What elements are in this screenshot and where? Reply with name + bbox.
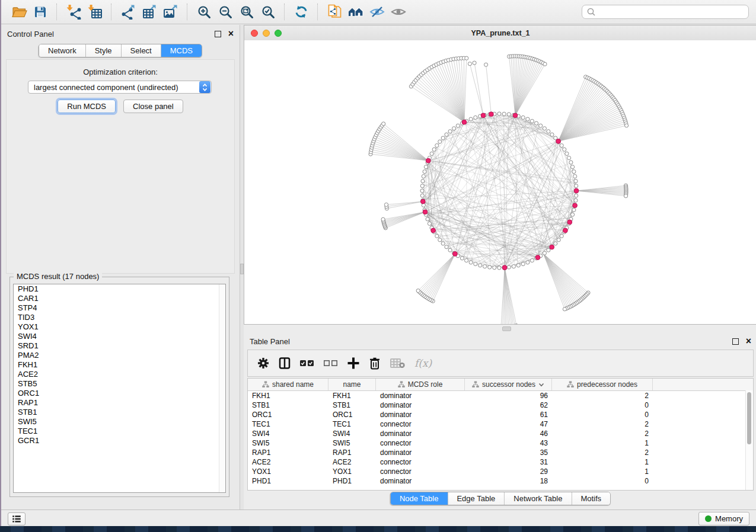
tab-edge-table[interactable]: Edge Table xyxy=(448,492,505,505)
open-file-icon[interactable] xyxy=(8,2,30,22)
columns-icon[interactable] xyxy=(278,357,291,370)
column-header-mcds-role[interactable]: MCDS role xyxy=(376,379,465,390)
table-cell[interactable]: YOX1 xyxy=(328,467,376,476)
table-cell[interactable]: 47 xyxy=(465,420,552,428)
table-row[interactable]: SWI5SWI5connector431 xyxy=(248,438,753,448)
table-row[interactable]: PHD1PHD1dominator180 xyxy=(248,476,753,486)
run-mcds-button[interactable]: Run MCDS xyxy=(58,100,116,113)
table-cell[interactable]: SWI4 xyxy=(248,430,328,438)
table-cell[interactable]: 62 xyxy=(465,401,552,409)
table-row[interactable]: SWI4SWI4dominator462 xyxy=(248,429,753,438)
zoom-selected-icon[interactable] xyxy=(257,2,279,22)
first-neighbors-icon[interactable] xyxy=(345,2,366,22)
deselect-all-icon[interactable] xyxy=(323,358,339,368)
table-cell[interactable]: STB1 xyxy=(328,401,376,409)
mcds-result-item[interactable]: TID3 xyxy=(14,313,225,322)
mcds-result-item[interactable]: ACE2 xyxy=(14,370,225,379)
close-panel-icon[interactable]: × xyxy=(228,31,234,37)
table-cell[interactable]: 1 xyxy=(552,439,653,447)
table-cell[interactable]: ORC1 xyxy=(248,411,328,419)
duplicate-network-icon[interactable] xyxy=(324,2,345,22)
tab-node-table[interactable]: Node Table xyxy=(391,492,448,505)
table-cell[interactable]: dominator xyxy=(376,401,465,409)
close-panel-icon[interactable]: × xyxy=(746,338,751,344)
mcds-result-item[interactable]: STB5 xyxy=(14,379,225,389)
table-scrollbar[interactable] xyxy=(745,390,753,490)
mcds-result-item[interactable]: STB1 xyxy=(14,408,225,417)
search-input[interactable] xyxy=(599,7,744,17)
table-cell[interactable]: TEC1 xyxy=(328,420,376,428)
task-history-button[interactable] xyxy=(8,512,25,525)
table-cell[interactable]: 1 xyxy=(552,458,653,466)
table-cell[interactable]: STB1 xyxy=(248,401,328,409)
table-cell[interactable]: 1 xyxy=(552,467,653,476)
mcds-result-item[interactable]: SWI4 xyxy=(14,332,225,341)
mcds-result-item[interactable]: PHD1 xyxy=(14,284,225,294)
mcds-result-item[interactable]: TEC1 xyxy=(14,427,225,436)
table-cell[interactable]: ACE2 xyxy=(248,458,328,466)
show-all-icon[interactable] xyxy=(388,2,409,22)
tab-mcds[interactable]: MCDS xyxy=(161,44,202,57)
zoom-in-icon[interactable] xyxy=(193,2,215,22)
tab-network[interactable]: Network xyxy=(39,44,86,57)
table-cell[interactable]: TEC1 xyxy=(248,420,328,428)
table-cell[interactable]: 2 xyxy=(552,448,653,457)
refresh-icon[interactable] xyxy=(291,2,312,22)
table-cell[interactable]: dominator xyxy=(376,392,465,400)
table-cell[interactable]: 46 xyxy=(465,430,552,438)
table-cell[interactable]: connector xyxy=(376,439,465,447)
delete-icon[interactable] xyxy=(368,357,381,370)
table-cell[interactable]: ACE2 xyxy=(328,458,376,466)
float-panel-icon[interactable] xyxy=(732,338,739,345)
mcds-result-item[interactable]: SWI5 xyxy=(14,417,225,427)
table-cell[interactable]: dominator xyxy=(376,411,465,419)
column-header-successor-nodes[interactable]: successor nodes xyxy=(465,379,552,390)
select-all-icon[interactable] xyxy=(299,358,315,368)
mcds-result-item[interactable]: GCR1 xyxy=(14,436,225,446)
export-image-icon[interactable] xyxy=(160,2,181,22)
mcds-result-item[interactable]: STP4 xyxy=(14,303,225,313)
network-canvas[interactable] xyxy=(244,40,756,324)
mcds-result-item[interactable]: ORC1 xyxy=(14,389,225,398)
optimization-criterion-select[interactable]: largest connected component (undirected) xyxy=(28,81,212,94)
close-panel-button[interactable]: Close panel xyxy=(123,100,183,113)
zoom-fit-icon[interactable] xyxy=(236,2,257,22)
table-row[interactable]: ACE2ACE2connector311 xyxy=(248,457,753,467)
mcds-result-item[interactable]: PMA2 xyxy=(14,351,225,360)
tab-style[interactable]: Style xyxy=(86,44,122,57)
fx-icon[interactable]: f(x) xyxy=(414,357,435,370)
export-network-icon[interactable] xyxy=(117,2,139,22)
table-cell[interactable]: 0 xyxy=(552,477,653,485)
table-cell[interactable]: connector xyxy=(376,467,465,476)
table-cell[interactable]: FKH1 xyxy=(248,392,328,400)
table-cell[interactable]: 35 xyxy=(465,448,552,457)
splitter-handle[interactable] xyxy=(502,326,511,331)
table-cell[interactable]: 0 xyxy=(552,401,653,409)
table-cell[interactable]: 96 xyxy=(465,392,552,400)
table-row[interactable]: YOX1YOX1connector291 xyxy=(248,467,753,476)
mcds-result-item[interactable]: CAR1 xyxy=(14,294,225,303)
table-cell[interactable]: connector xyxy=(376,420,465,428)
table-cell[interactable]: PHD1 xyxy=(248,477,328,485)
table-cell[interactable]: dominator xyxy=(376,477,465,485)
table-cell[interactable]: 31 xyxy=(465,458,552,466)
table-row[interactable]: TEC1TEC1connector472 xyxy=(248,419,753,429)
mcds-list-scrollbar[interactable] xyxy=(219,284,225,492)
add-icon[interactable] xyxy=(347,357,360,370)
zoom-out-icon[interactable] xyxy=(215,2,236,22)
table-cell[interactable]: PHD1 xyxy=(328,477,376,485)
table-cell[interactable]: SWI5 xyxy=(248,439,328,447)
mcds-result-item[interactable]: YOX1 xyxy=(14,322,225,332)
table-cell[interactable]: 29 xyxy=(465,467,552,476)
mcds-result-item[interactable]: FKH1 xyxy=(14,360,225,370)
table-cell[interactable]: ORC1 xyxy=(328,411,376,419)
search-box[interactable] xyxy=(582,5,749,19)
gear-icon[interactable] xyxy=(257,357,270,370)
table-cell[interactable]: 2 xyxy=(552,420,653,428)
table-cell[interactable]: connector xyxy=(376,458,465,466)
table-cell[interactable]: 0 xyxy=(552,411,653,419)
scrollbar-thumb[interactable] xyxy=(747,392,751,444)
table-row[interactable]: RAP1RAP1dominator352 xyxy=(248,448,753,457)
table-cell[interactable]: dominator xyxy=(376,430,465,438)
table-cell[interactable]: 2 xyxy=(552,392,653,400)
